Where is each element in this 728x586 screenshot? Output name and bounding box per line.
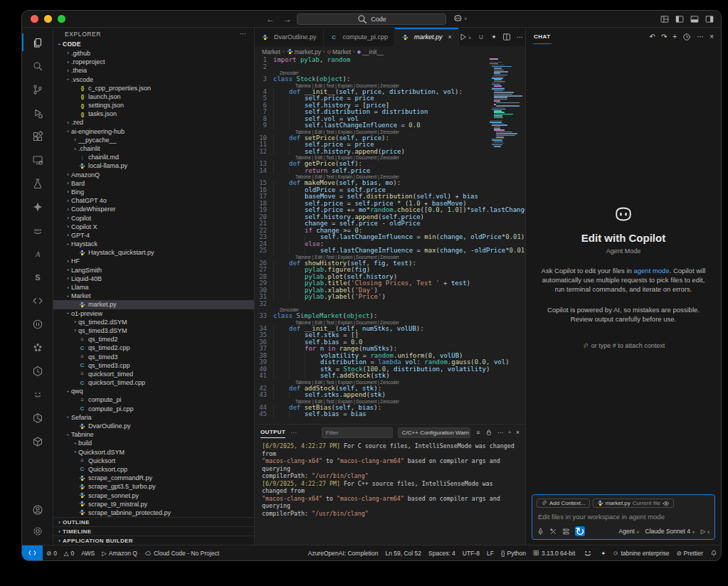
chat-more-actions-icon[interactable]: ⋯ bbox=[697, 33, 704, 41]
code-content[interactable]: 1import pylab, random2Zencoder3class Sto… bbox=[255, 57, 525, 418]
chat-tab[interactable]: CHAT bbox=[533, 30, 552, 44]
tools-icon[interactable] bbox=[549, 528, 557, 536]
status-smiley[interactable] bbox=[579, 548, 597, 559]
tree-folder[interactable]: ›.theia bbox=[53, 66, 254, 75]
code-line[interactable]: 31pylab.ylabel('Price') bbox=[255, 294, 525, 301]
close-window-button[interactable] bbox=[31, 15, 38, 23]
status-aws[interactable]: AWS bbox=[78, 550, 98, 557]
command-center-search[interactable]: Code bbox=[297, 14, 446, 25]
model-picker[interactable]: Claude Sonnet 4 ∨ bbox=[645, 528, 695, 535]
new-chat-icon[interactable]: + bbox=[672, 33, 677, 41]
tree-folder[interactable]: ›.chainlit bbox=[53, 144, 254, 153]
tree-folder[interactable]: ›build bbox=[53, 439, 254, 447]
tree-file[interactable]: {}tasks.json bbox=[53, 110, 254, 118]
codelens[interactable]: Tabnine | Edit | Test | Explain | Docume… bbox=[255, 155, 525, 161]
tree-folder[interactable]: ›qs_timed2.dSYM bbox=[53, 318, 254, 326]
code-line[interactable]: 16oldPrice = self.price bbox=[255, 187, 525, 194]
redo-icon[interactable]: ↷ bbox=[661, 33, 667, 41]
tree-folder[interactable]: ›Market bbox=[53, 292, 254, 300]
status-0[interactable]: △0 bbox=[60, 550, 78, 557]
tree-folder[interactable]: ›Sefaria bbox=[53, 413, 254, 422]
code-line[interactable]: 34def __init__(self, numStks, volUB): bbox=[255, 326, 525, 333]
code-line[interactable]: 26def showHistory(self, fig, test): bbox=[255, 260, 525, 267]
status-prettier[interactable]: ⊘Prettier bbox=[672, 550, 707, 557]
code-line[interactable]: 18self.price = self.price * (1.0 + baseM… bbox=[255, 201, 525, 208]
panel-more-actions-icon[interactable]: ⋯ bbox=[497, 429, 504, 436]
chat-history-icon[interactable] bbox=[682, 33, 691, 41]
code-line[interactable]: 9self.lastChangeInfluence = 0.0 bbox=[255, 122, 525, 129]
breadcrumb-item[interactable]: ◇Market bbox=[327, 48, 351, 55]
tree-file[interactable]: scrape_commandR.py bbox=[53, 474, 254, 482]
editor-tab[interactable]: DvarOutline.py bbox=[255, 28, 324, 46]
status-utf-8[interactable]: UTF-8 bbox=[459, 550, 483, 557]
panel-more-tabs-icon[interactable]: ⋯ bbox=[290, 429, 297, 436]
code-line[interactable]: 17baseMove = self.distribution(self.vol)… bbox=[255, 193, 525, 201]
tree-file[interactable]: Cqs_timed3.cpp bbox=[53, 361, 254, 370]
code-line[interactable]: 21change = self.price - oldPrice bbox=[255, 220, 525, 228]
code-line[interactable]: 23self.lastChangeInfluence = min(change,… bbox=[255, 234, 525, 241]
explorer-more-actions-icon[interactable]: ⋯ bbox=[239, 30, 247, 38]
code-line[interactable]: 15def makeMove(self, bias, mo): bbox=[255, 180, 525, 187]
editor-tab[interactable]: market.py× bbox=[395, 28, 459, 46]
status-tabnine-enterprise[interactable]: tabnine enterprise bbox=[609, 550, 672, 557]
activity-bar-arrows-icon[interactable] bbox=[22, 289, 53, 312]
code-line[interactable]: 2 bbox=[255, 64, 525, 71]
activity-bar-search-icon[interactable] bbox=[22, 54, 53, 78]
codelens[interactable]: Tabnine | Edit | Test | Explain | Docume… bbox=[255, 83, 525, 89]
code-line[interactable]: 39distribution = lambda vol: random.gaus… bbox=[255, 359, 525, 366]
code-line[interactable]: 28pylab.plot(self.history) bbox=[255, 274, 525, 281]
tree-folder[interactable]: ›qwq bbox=[53, 387, 254, 395]
status-python[interactable]: {}Python bbox=[497, 550, 529, 557]
activity-bar-azure-icon[interactable]: A bbox=[22, 242, 53, 265]
code-line[interactable]: 37for n in range(numStks): bbox=[255, 346, 525, 353]
code-line[interactable]: 27pylab.figure(fig) bbox=[255, 267, 525, 274]
code-line[interactable]: 33class SimpleMarket(object): bbox=[255, 313, 525, 320]
code-line[interactable]: 29pylab.title('Closing Prices, Test ' + … bbox=[255, 280, 525, 287]
tree-folder[interactable]: ›Quicksort.dSYM bbox=[53, 448, 254, 457]
editor-tab[interactable]: Ccompute_pi.cpp bbox=[324, 28, 396, 46]
settings-gear-icon[interactable] bbox=[22, 521, 53, 542]
close-chat-icon[interactable]: × bbox=[709, 33, 714, 41]
clear-output-icon[interactable]: ≡ bbox=[477, 429, 480, 436]
code-line[interactable]: 42def addStock(self, stk): bbox=[255, 385, 525, 393]
code-line[interactable]: 36self.bias = 0.0 bbox=[255, 339, 525, 346]
code-line[interactable]: 45self.bias = bias bbox=[255, 411, 525, 418]
status-3-13-0-64-bit[interactable]: 3.13.0 64-bit bbox=[529, 550, 579, 557]
tree-file[interactable]: CQuicksort.cpp bbox=[53, 465, 254, 474]
sidebar-section-application-builder[interactable]: ›APPLICATION BUILDER bbox=[53, 536, 254, 545]
code-line[interactable]: 30pylab.xlabel('Day') bbox=[255, 287, 525, 294]
code-line[interactable]: 1import pylab, random bbox=[255, 57, 525, 64]
activity-bar-package-icon[interactable] bbox=[22, 430, 53, 453]
activity-bar-extensions-icon[interactable] bbox=[22, 124, 53, 148]
minimize-window-button[interactable] bbox=[44, 15, 52, 23]
code-line[interactable]: 38volatility = random.uniform(0, volUB) bbox=[255, 353, 525, 360]
status-amazon-q[interactable]: ▷Amazon Q bbox=[98, 550, 141, 557]
minimap[interactable] bbox=[488, 58, 522, 148]
mode-picker[interactable]: Agent ∨ bbox=[619, 528, 640, 535]
nav-forward-icon[interactable]: → bbox=[283, 14, 292, 24]
tree-folder[interactable]: ›o1-preview bbox=[53, 309, 254, 318]
code-line[interactable]: 8self.vol = vol bbox=[255, 116, 525, 123]
tree-folder[interactable]: ›Llama bbox=[53, 283, 254, 292]
code-line[interactable]: 25self.lastChangeInfluence = max(change,… bbox=[255, 247, 525, 255]
codelens[interactable]: Zencoder bbox=[255, 70, 525, 76]
codelens[interactable]: Zencoder bbox=[255, 307, 525, 313]
nav-back-icon[interactable]: ← bbox=[266, 14, 275, 24]
activity-bar-source-control-icon[interactable] bbox=[22, 78, 53, 101]
activity-bar-remote-explorer-icon[interactable] bbox=[22, 148, 53, 171]
tree-file[interactable]: scrape_tabnine_protected.py bbox=[53, 508, 254, 517]
breadcrumb[interactable]: Market›market.py›◇Market›◆__init__ bbox=[255, 46, 525, 57]
tree-folder[interactable]: ›HF bbox=[53, 257, 254, 265]
tree-file[interactable]: {}settings.json bbox=[53, 101, 254, 110]
status-0[interactable]: ⊘0 bbox=[43, 550, 60, 557]
tree-folder[interactable]: ›Bard bbox=[53, 179, 254, 188]
workspace-root-folder[interactable]: › CODE bbox=[53, 40, 254, 49]
status-icon[interactable]: ✦ bbox=[597, 550, 609, 557]
tree-file[interactable]: scrape_sonnet.py bbox=[53, 491, 254, 499]
activity-bar-test-beaker-icon[interactable] bbox=[22, 171, 53, 195]
output-tab[interactable]: OUTPUT bbox=[260, 427, 285, 438]
lock-scroll-icon[interactable] bbox=[485, 429, 492, 436]
breadcrumb-item[interactable]: ◆__init__ bbox=[357, 48, 384, 55]
copilot-menu-button[interactable]: ∨ bbox=[453, 14, 467, 23]
tree-file[interactable]: {}c_cpp_properties.json bbox=[53, 84, 254, 92]
